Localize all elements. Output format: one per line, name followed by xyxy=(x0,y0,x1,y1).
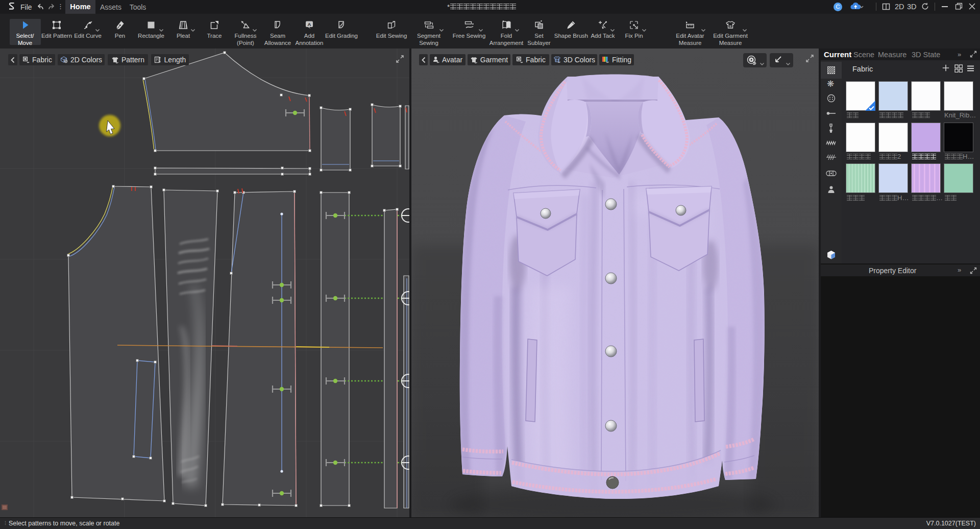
svg-text:A: A xyxy=(308,21,311,27)
